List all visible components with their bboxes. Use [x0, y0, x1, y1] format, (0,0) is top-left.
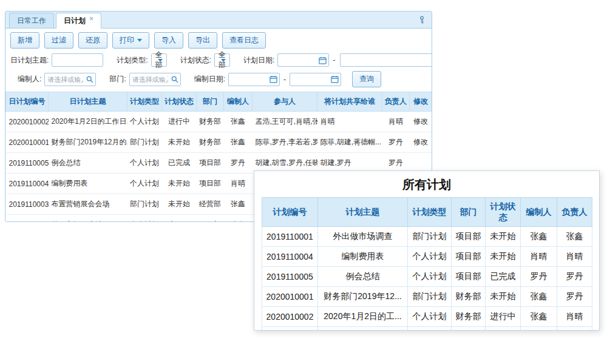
- plan-type-cell: 个人计划: [127, 153, 162, 174]
- plan-id-link[interactable]: 2020010001: [6, 132, 49, 153]
- plan-subject-cell: 例会总结: [318, 267, 408, 287]
- subject-input[interactable]: [52, 53, 103, 67]
- plan-status-cell: 进行中: [486, 307, 521, 327]
- plan-id-link[interactable]: 2020010002: [6, 112, 49, 132]
- creator-cell: 张鑫: [224, 215, 253, 223]
- plan-type-cell: 个人计划: [408, 247, 452, 267]
- plan-status-cell: 未开始: [162, 132, 197, 153]
- plan-date-label: 计划日期:: [243, 55, 274, 66]
- edit-link[interactable]: 修改: [410, 132, 432, 153]
- plan-subject-link[interactable]: 布置营销展会会场: [49, 194, 127, 215]
- col-dept: 部门: [452, 198, 486, 227]
- import-button[interactable]: 导入: [154, 32, 183, 49]
- plan-type-cell: 个人计划: [408, 327, 452, 331]
- plan-id-link[interactable]: 2019110004: [6, 174, 49, 194]
- plan-status-cell: 未开始: [486, 227, 521, 247]
- tab-daily-work[interactable]: 日常工作: [9, 13, 54, 28]
- plan-status-cell: 未开始: [486, 247, 521, 267]
- plan-id-link[interactable]: 2019110002: [6, 215, 49, 223]
- owner-cell: 罗丹: [557, 267, 592, 287]
- plan-subject-cell: 编制费用表: [318, 247, 408, 267]
- creator-cell: 罗丹: [521, 267, 557, 287]
- plan-id-link[interactable]: 2019110005: [6, 153, 49, 174]
- query-button[interactable]: 查询: [352, 71, 381, 87]
- type-select[interactable]: 全部: [151, 53, 167, 67]
- tab-label: 日计划: [64, 16, 86, 26]
- col-owner: 负责人: [382, 92, 410, 112]
- table-row[interactable]: 2020010002 2020年1月2日的工作日... 个人计划 进行中 财务部…: [6, 112, 432, 132]
- header-row: 日计划编号 日计划主题 计划类型 计划状态 部门 编制人 参与人 将计划共享给谁…: [6, 92, 432, 112]
- table-row[interactable]: 2019110001 外出做市场调查 部门计划 项目部 未开始 张鑫 张鑫: [262, 227, 592, 247]
- col-creator: 编制人: [521, 198, 557, 227]
- plan-type-cell: 个人计划: [408, 267, 452, 287]
- tab-label: 日常工作: [17, 16, 46, 26]
- owner-cell: 张鑫: [557, 327, 592, 331]
- creator-cell: 罗丹: [224, 153, 253, 174]
- creator-cell: 张鑫: [224, 194, 253, 215]
- plan-id-cell: 2019110005: [262, 267, 318, 287]
- dept-cell: 财务部: [197, 112, 224, 132]
- dept-cell: 财务部: [197, 132, 224, 153]
- creator-cell: 张鑫: [521, 287, 557, 307]
- col-edit: 修改: [410, 92, 432, 112]
- tab-bar: 日常工作 日计划 ×: [5, 12, 432, 29]
- status-select[interactable]: 全部: [214, 53, 230, 67]
- table-row[interactable]: 2020010001 财务部门2019年12... 部门计划 财务部 未开始 张…: [262, 287, 592, 307]
- owner-link[interactable]: 罗丹: [382, 132, 410, 153]
- col-plan-id: 计划编号: [262, 198, 318, 227]
- table-row[interactable]: 2019110004 编制费用表 个人计划 项目部 未开始 肖晴 肖晴: [262, 247, 592, 267]
- type-label: 计划类型:: [117, 55, 148, 66]
- plan-status-cell: 未开始: [486, 327, 521, 331]
- plan-id-cell: 2019110004: [262, 247, 318, 267]
- popup-table-wrap: 计划编号 计划主题 计划类型 部门 计划状态 编制人 负责人 201911000…: [254, 197, 599, 331]
- view-log-button[interactable]: 查看日志: [222, 32, 266, 49]
- created-date-label: 编制日期:: [194, 74, 225, 84]
- tab-daily-plan[interactable]: 日计划 ×: [56, 13, 101, 29]
- col-participants: 参与人: [253, 92, 317, 112]
- creator-cell: 张鑫: [224, 112, 253, 132]
- creator-cell: 张鑫: [521, 307, 557, 327]
- edit-link[interactable]: 修改: [410, 112, 432, 132]
- dept-cell: 财务部: [452, 307, 486, 327]
- filter-row-2: 编制人: 部门: 编制日期:: [10, 71, 427, 87]
- restore-button[interactable]: 还原: [78, 32, 107, 49]
- desktop: 日常工作 日计划 × 新增 过滤 还原 打印: [0, 0, 607, 364]
- plan-subject-link[interactable]: 例会总结: [49, 153, 127, 174]
- print-button[interactable]: 打印: [112, 32, 149, 49]
- plan-status-cell: 进行中: [162, 112, 197, 132]
- chevron-down-icon: [158, 59, 163, 62]
- plan-subject-link[interactable]: 2020年1月2日的工作日...: [49, 112, 127, 132]
- plan-subject-cell: 外出做市场调查: [318, 227, 408, 247]
- plan-subject-link[interactable]: 财务部门2019年12月的...: [49, 132, 127, 153]
- add-button[interactable]: 新增: [10, 32, 39, 49]
- col-creator: 编制人: [224, 92, 253, 112]
- table-row[interactable]: 2019110002 整理市场调查结果 个人计划 项目部 未开始 张鑫 张鑫: [262, 327, 592, 331]
- search-icon: [171, 76, 178, 83]
- owner-cell: 张鑫: [557, 227, 592, 247]
- plan-subject-link[interactable]: 整理市场调查结果: [49, 215, 127, 223]
- table-row[interactable]: 2019110005 例会总结 个人计划 项目部 已完成 罗丹 罗丹: [262, 267, 592, 287]
- key-icon[interactable]: [418, 16, 426, 27]
- creator-cell: 张鑫: [224, 132, 253, 153]
- plan-subject-link[interactable]: 编制费用表: [49, 174, 127, 194]
- header-row: 计划编号 计划主题 计划类型 部门 计划状态 编制人 负责人: [262, 198, 592, 227]
- export-button[interactable]: 导出: [188, 32, 217, 49]
- plan-id-link[interactable]: 2019110003: [6, 194, 49, 215]
- participants-cell: 陈菲,罗丹,李若若,罗...: [253, 132, 317, 153]
- plan-type-cell: 个人计划: [127, 174, 162, 194]
- plan-type-cell: 部门计划: [408, 227, 452, 247]
- table-row[interactable]: 2020010002 2020年1月2日的工... 个人计划 财务部 进行中 张…: [262, 307, 592, 327]
- owner-cell: 肖晴: [557, 247, 592, 267]
- table-row[interactable]: 2020010001 财务部门2019年12月的... 部门计划 未开始 财务部…: [6, 132, 432, 153]
- close-tab-icon[interactable]: ×: [89, 15, 93, 23]
- plan-type-cell: 个人计划: [408, 307, 452, 327]
- filter-button[interactable]: 过滤: [44, 32, 73, 49]
- plan-date-to-input[interactable]: [340, 53, 432, 67]
- plan-subject-cell: 财务部门2019年12...: [318, 287, 408, 307]
- creator-label: 编制人:: [18, 74, 41, 84]
- creator-cell: 张鑫: [521, 327, 557, 331]
- print-label: 打印: [120, 35, 134, 46]
- owner-link[interactable]: 肖晴: [382, 112, 410, 132]
- col-type: 计划类型: [408, 198, 452, 227]
- share-with-cell: 肖晴: [317, 112, 382, 132]
